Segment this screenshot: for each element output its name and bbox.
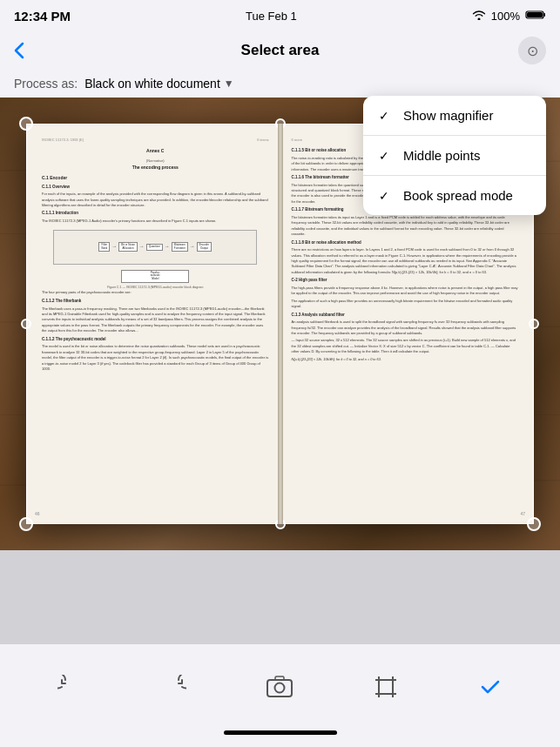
bitstream-block: BitstreamFormatter [172,242,188,252]
psychoacoustic-block: Psycho-acousticModel [121,270,189,284]
rotate-left-icon [57,675,82,704]
camera-icon [267,676,293,703]
process-label: Process as: [14,77,78,91]
svg-rect-1 [543,13,545,17]
chevron-down-icon: ▼ [224,77,234,90]
status-date: Tue Feb 1 [246,10,297,23]
status-bar: 12:34 PM Tue Feb 1 100% [0,0,560,31]
filter-bank-block: FilterBank [98,242,110,252]
show-magnifier-label: Show magnifier [403,108,493,123]
c13-body2: — Input 32 source samples; 32 x 512 elem… [292,338,519,354]
rotate-left-button[interactable] [57,675,82,704]
c11-more-body: The four primary parts of the psychoacou… [42,290,269,295]
back-button[interactable] [14,42,24,59]
toolbar-row [0,662,560,717]
c119-body: The high-pass filters provide a frequenc… [292,286,519,297]
checkmark-icon [478,675,503,704]
book-spread-mode-item[interactable]: ✓ Book spread mode [363,176,546,215]
c13-body: An analysis subband filterbank is used t… [292,320,519,336]
c112b-body: The model is used in the bit or noise al… [42,344,269,372]
rotate-right-icon [162,675,186,704]
checkmark-icon: ✓ [379,149,395,163]
c117-body: The bitstream formatter takes its input … [292,215,519,238]
home-bar [224,730,337,735]
status-time: 12:34 PM [14,9,71,24]
confirm-button[interactable] [478,675,503,704]
c118-body: There are no restrictions on how layers … [292,247,519,275]
crop-button[interactable] [374,675,398,704]
normative-label: (Normative) [42,158,269,164]
section-c112b: C.1.1.2 The psychoacoustic model [42,337,269,343]
battery-icon [525,8,546,24]
section-c118: C.1.1.8 Bit or noise allocation method [292,240,519,246]
battery-text: 100% [491,10,520,23]
right-page-number: 47 [520,511,525,518]
section-c13: C.1.3 Analysis subband filter [292,313,519,319]
process-bar: Process as: Black on white document ▼ [0,70,560,98]
status-right: 100% [472,8,546,24]
section-c119: C-2 High pass filter [292,278,519,284]
show-magnifier-item[interactable]: ✓ Show magnifier [363,96,546,136]
process-value-selector[interactable]: Black on white document ▼ [84,77,234,91]
section-c11: C.1.1 Overview [42,185,269,191]
left-page-header: ISO/IEC 11172-3: 1993 (E) 6 terms [42,138,269,143]
svg-rect-5 [275,676,284,680]
book-spread-mode-label: Book spread mode [403,188,513,203]
c13-formula: N(p,k),[23-[23] × 12k, 10k/4h]; for k = … [292,357,519,362]
svg-rect-6 [379,680,393,694]
page-title: Select area [241,42,320,58]
wifi-icon [472,8,486,24]
rotate-right-button[interactable] [162,675,186,704]
section-c112: C.1.1.2 The filterbank [42,299,269,305]
home-indicator [0,717,560,747]
c119-body2: The application of such a high pass filt… [292,299,519,310]
block-diagram: FilterBank → Bit or NoiseAllocation → Qu… [53,230,257,265]
section-c1: C.1 Encoder [42,175,269,182]
checkmark-icon: ✓ [379,189,395,203]
nav-bar: Select area ⊙ [0,31,560,70]
left-page-number: 46 [35,511,40,518]
below-image-area [0,550,560,644]
bottom-toolbar [0,662,560,747]
crop-icon [374,675,398,704]
middle-points-item[interactable]: ✓ Middle points [363,136,546,176]
svg-rect-2 [527,12,543,17]
camera-button[interactable] [267,676,293,703]
more-options-button[interactable]: ⊙ [518,37,546,64]
circle-info-icon: ⊙ [527,43,538,59]
left-header-right: 6 terms [257,138,268,143]
right-header-left: 6 more [292,138,302,143]
svg-point-4 [275,683,285,693]
checkmark-icon: ✓ [379,109,395,123]
process-value-text: Black on white document [84,77,220,91]
c111-body: The ISO/IEC 11172-3 (MPEG-1 Audio) encod… [42,219,269,224]
encoder-block: EncoderOutput [197,242,212,252]
section-c111: C.1.1.1 Introduction [42,211,269,217]
c11-body: For each of the inputs, an example of th… [42,192,269,208]
middle-points-label: Middle points [403,148,480,163]
bit-noise-block: Bit or NoiseAllocation [118,242,138,252]
quantizer-block: Quantizer [146,244,163,251]
book-left-page: ISO/IEC 11172-3: 1993 (E) 6 terms Annex … [26,124,281,524]
dropdown-menu: ✓ Show magnifier ✓ Middle points ✓ Book … [363,96,546,215]
left-header-left: ISO/IEC 11172-3: 1993 (E) [42,138,84,143]
annex-subtitle: The encoding process [42,165,269,172]
c112-body: The filterbank uses a pass-in frequency … [42,306,269,334]
annex-title: Annex C [42,148,269,155]
